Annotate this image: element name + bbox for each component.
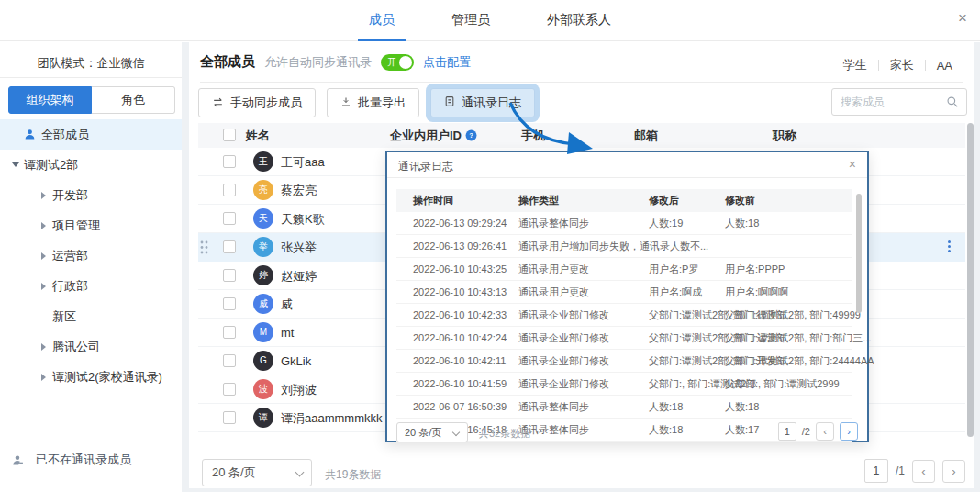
member-name: 谭涓aaammmmkkk	[281, 404, 383, 432]
role-button[interactable]: 角色	[92, 86, 175, 114]
panel-header: 全部成员 允许自动同步通讯录 开 点击配置	[200, 53, 471, 71]
log-type: 通讯录用户增加同步失败，通讯录人数不...	[518, 235, 708, 257]
modal-scrollbar[interactable]	[856, 194, 862, 313]
modal-page-size-value: 20 条/页	[405, 426, 441, 440]
row-checkbox[interactable]	[223, 411, 236, 424]
row-checkbox[interactable]	[223, 297, 236, 310]
manual-sync-button[interactable]: 手动同步成员	[198, 88, 316, 117]
sidebar-tree-item[interactable]: 运营部	[0, 240, 182, 271]
avatar: 王	[253, 151, 273, 172]
log-time: 2022-06-10 10:42:11	[413, 350, 506, 372]
divider	[925, 60, 926, 71]
prev-page-button[interactable]: ‹	[912, 460, 935, 483]
log-column-header: 操作类型	[518, 189, 559, 212]
sidebar-tree-item[interactable]: 行政部	[0, 271, 182, 301]
row-checkbox[interactable]	[223, 326, 236, 339]
tab-item[interactable]: 外部联系人	[547, 0, 611, 41]
download-icon	[340, 96, 351, 110]
chevron-right-icon[interactable]	[40, 374, 52, 381]
column-header-label: 企业内用户ID	[390, 123, 462, 148]
tab-active[interactable]: 成员	[369, 0, 395, 41]
modal-next-page-button[interactable]: ›	[840, 422, 858, 441]
search-input[interactable]	[841, 89, 941, 115]
sidebar-item-label: 全部成员	[41, 127, 89, 143]
log-table-row: 2022-06-10 10:42:11通讯录企业部门修改父部门:谭测试2部, 部…	[396, 350, 852, 373]
sidebar-tree-item[interactable]: 项目管理	[0, 210, 182, 240]
tab-item[interactable]: 管理员	[451, 0, 490, 41]
sidebar-tree-item[interactable]: 新区	[0, 301, 182, 331]
avatar: 举	[253, 237, 273, 257]
chevron-down-icon[interactable]	[12, 159, 24, 171]
next-page-button[interactable]: ›	[942, 460, 965, 483]
member-name: 蔡宏亮	[281, 176, 317, 205]
page-size-select[interactable]: 20 条/页	[202, 459, 312, 486]
more-actions-icon[interactable]	[948, 240, 951, 252]
sidebar-tree-item[interactable]: 开发部	[0, 180, 182, 210]
contact-log-button[interactable]: 通讯录日志	[430, 88, 535, 117]
vertical-scrollbar[interactable]	[967, 123, 974, 437]
sidebar-item-not-in-contacts[interactable]: 已不在通讯录成员	[12, 452, 131, 468]
page-number-input[interactable]: 1	[864, 459, 888, 483]
modal-total-count-label: 共32条数据	[479, 427, 530, 441]
log-type: 通讯录整体同步	[518, 212, 589, 234]
button-label: 批量导出	[358, 95, 406, 111]
org-structure-button[interactable]: 组织架构	[8, 86, 92, 114]
log-after: 用户名:P罗	[649, 258, 698, 280]
chevron-right-icon[interactable]	[40, 222, 52, 229]
column-header: 姓名	[246, 123, 270, 148]
member-name: 天籁K歌	[281, 205, 325, 233]
avatar: M	[253, 322, 273, 342]
chevron-right-icon[interactable]	[40, 343, 52, 351]
member-name: 赵娅婷	[281, 262, 317, 290]
log-before: 用户名:PPPP	[725, 258, 785, 280]
student-link[interactable]: 学生	[843, 57, 867, 73]
avatar: 天	[253, 208, 273, 229]
modal-page-number-input[interactable]: 1	[778, 422, 796, 441]
modal-prev-page-button[interactable]: ‹	[816, 422, 834, 441]
auto-sync-toggle[interactable]: 开	[381, 54, 414, 71]
row-checkbox[interactable]	[223, 269, 236, 282]
modal-title: 通讯录日志	[398, 159, 453, 174]
log-column-header: 操作时间	[413, 189, 453, 212]
log-before: 人数:18	[725, 396, 759, 418]
sidebar-tree-item[interactable]: 全部成员	[0, 119, 182, 150]
chevron-right-icon[interactable]	[40, 283, 52, 290]
page-total-label: /1	[896, 464, 905, 477]
log-before: 人数:18	[725, 212, 759, 234]
row-checkbox[interactable]	[223, 354, 236, 367]
row-checkbox[interactable]	[223, 155, 236, 168]
drag-handle-icon[interactable]	[200, 240, 208, 258]
sidebar-item-label: 腾讯公司	[52, 339, 100, 355]
person-icon	[24, 129, 36, 140]
avatar: 亮	[253, 180, 273, 200]
svg-text:?: ?	[469, 131, 473, 140]
sidebar-tree-item[interactable]: 谭测试2部	[0, 150, 182, 180]
select-all-checkbox[interactable]	[223, 129, 236, 141]
close-icon[interactable]: ×	[958, 10, 967, 26]
log-before: 父部门:, 部门:谭测试2999	[725, 373, 840, 395]
view-switcher: 组织架构 角色	[8, 86, 175, 114]
aa-link[interactable]: AA	[937, 59, 952, 73]
row-checkbox[interactable]	[223, 212, 236, 225]
sync-icon	[212, 96, 224, 110]
chevron-right-icon[interactable]	[40, 192, 52, 199]
batch-export-button[interactable]: 批量导出	[327, 88, 419, 117]
sidebar-tree-item[interactable]: 腾讯公司	[0, 331, 182, 362]
parent-link[interactable]: 家长	[890, 57, 914, 73]
row-checkbox[interactable]	[223, 240, 236, 253]
click-configure-link[interactable]: 点击配置	[423, 54, 471, 71]
row-checkbox[interactable]	[223, 184, 236, 196]
log-type: 通讯录企业部门修改	[518, 304, 609, 326]
modal-close-icon[interactable]: ×	[849, 158, 856, 171]
row-checkbox[interactable]	[223, 383, 236, 396]
help-icon[interactable]: ?	[465, 129, 477, 141]
pager: 1 /1 ‹ ›	[864, 459, 965, 483]
sidebar-item-label: 开发部	[52, 187, 88, 204]
log-column-header: 修改前	[725, 189, 755, 212]
log-table-row: 2022-06-07 16:50:39通讯录整体同步人数:18人数:18	[396, 396, 852, 419]
team-mode-label: 团队模式：企业微信	[0, 55, 182, 72]
chevron-right-icon[interactable]	[40, 252, 52, 260]
modal-page-size-select[interactable]: 20 条/页	[396, 422, 468, 442]
sidebar-tree-item[interactable]: 谭测试2(家校通讯录)	[0, 362, 182, 392]
modal-titlebar: 通讯录日志 ×	[387, 152, 867, 178]
